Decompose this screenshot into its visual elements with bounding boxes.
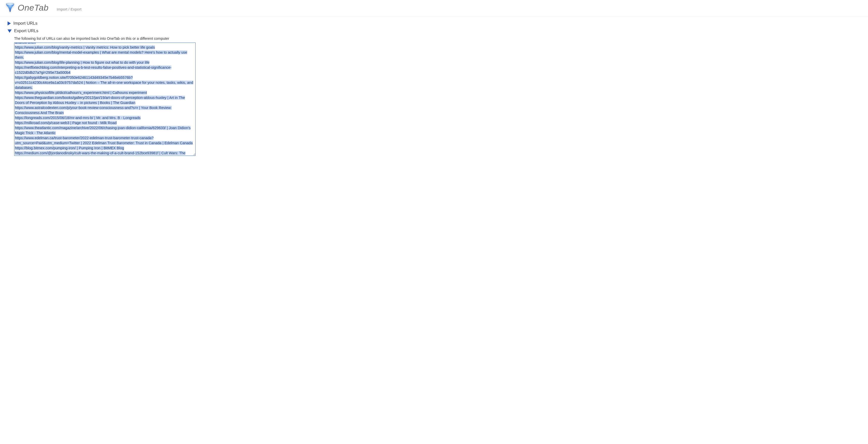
export-section-toggle[interactable]: Export URLs [7, 28, 861, 33]
url-line[interactable]: https://www.theguardian.com/books/galler… [15, 96, 185, 105]
export-urls-box[interactable]: andrew chenhttps://www.julian.com/blog/v… [14, 42, 195, 156]
url-line[interactable]: https://netflixtechblog.com/interpreting… [15, 65, 172, 74]
url-line[interactable]: andrew chen [15, 42, 36, 44]
header: OneTab Import / Export [0, 0, 868, 16]
url-line[interactable]: https://medium.com/@jordanodinsky/cult-w… [15, 151, 186, 156]
url-line[interactable]: https://www.julian.com/blog/life-plannin… [15, 60, 150, 64]
triangle-right-icon [7, 22, 11, 26]
url-line[interactable]: https://gabygoldberg.notion.site/f7050e6… [15, 75, 193, 90]
import-section-toggle[interactable]: Import URLs [7, 21, 861, 26]
export-urls-content[interactable]: andrew chenhttps://www.julian.com/blog/v… [15, 42, 195, 156]
import-title: Import URLs [13, 21, 37, 26]
logo[interactable]: OneTab [5, 2, 49, 12]
url-line[interactable]: https://www.julian.com/blog/vanity-metri… [15, 45, 155, 49]
onetab-funnel-icon [5, 2, 15, 12]
url-line[interactable]: https://www.theatlantic.com/magazine/arc… [15, 126, 190, 135]
export-title: Export URLs [14, 28, 38, 33]
main-content: Import URLs Export URLs The following li… [0, 16, 868, 160]
url-line[interactable]: https://www.physicsoflife.pl/dict/calhou… [15, 91, 147, 95]
url-line[interactable]: https://longreads.com/2015/06/18/mr-and-… [15, 116, 141, 120]
url-line[interactable]: https://www.julian.com/blog/mental-model… [15, 50, 187, 59]
export-description: The following list of URLs can also be i… [14, 36, 861, 40]
triangle-down-icon [7, 29, 11, 33]
url-line[interactable]: https://www.edelman.ca/trust-barometer/2… [15, 136, 193, 145]
url-line[interactable]: https://www.astralcodexten.com/p/your-bo… [15, 106, 172, 115]
logo-text: OneTab [18, 3, 49, 12]
header-subtitle: Import / Export [57, 7, 82, 11]
url-line[interactable]: https://blog.bitmex.com/pumping-iron/ | … [15, 146, 124, 150]
url-line[interactable]: https://milkroad.com/p/case-web3 | Page … [15, 121, 117, 125]
svg-point-0 [6, 3, 14, 5]
